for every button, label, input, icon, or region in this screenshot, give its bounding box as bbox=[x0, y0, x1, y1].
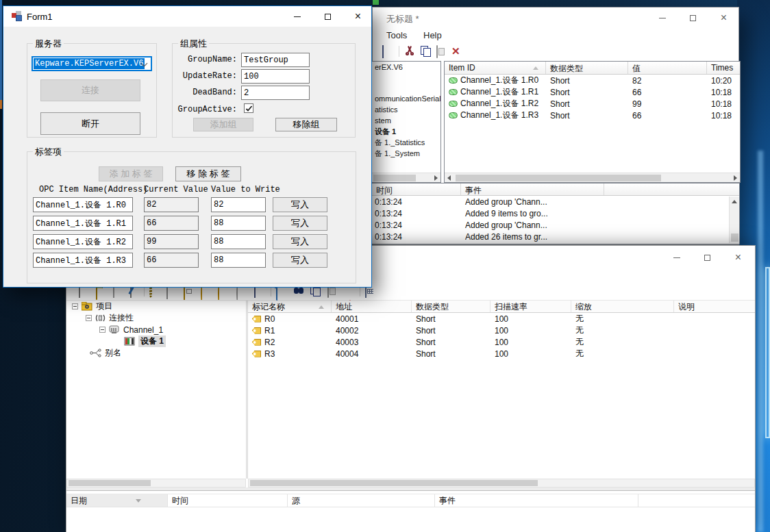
item-row[interactable]: Channel_1.设备 1.R2 Short 99 10:18 bbox=[445, 98, 740, 110]
close-button[interactable]: × bbox=[723, 247, 754, 268]
tag-name: R0 bbox=[264, 314, 275, 324]
tree-item-alias[interactable]: 别名 bbox=[66, 347, 246, 359]
item-name-field[interactable] bbox=[33, 234, 133, 249]
horizontal-scrollbar[interactable] bbox=[248, 479, 755, 487]
tree-item[interactable]: ommunicationSerializa bbox=[372, 93, 440, 104]
minimize-button[interactable] bbox=[661, 247, 692, 268]
scroll-right-icon[interactable] bbox=[434, 175, 438, 181]
tree-item[interactable]: 备 1._System bbox=[372, 148, 440, 159]
collapse-icon[interactable] bbox=[99, 327, 105, 333]
scroll-left-icon[interactable] bbox=[447, 175, 451, 181]
tree-item-device[interactable]: 设备 1 bbox=[66, 335, 246, 347]
write-value-field[interactable] bbox=[211, 216, 266, 231]
write-button[interactable]: 写入 bbox=[273, 216, 327, 231]
scrollbar-thumb[interactable] bbox=[373, 175, 416, 181]
column-scaling[interactable]: 缩放 bbox=[571, 301, 674, 312]
write-button[interactable]: 写入 bbox=[273, 253, 327, 268]
menu-tools[interactable]: Tools bbox=[386, 30, 407, 40]
server-combo[interactable]: Kepware.KEPServerEX.V6 bbox=[32, 56, 152, 71]
update-rate-field[interactable] bbox=[241, 69, 310, 84]
current-value-field[interactable] bbox=[144, 197, 199, 212]
horizontal-scrollbar[interactable] bbox=[445, 173, 740, 182]
server-combo-value: Kepware.KEPServerEX.V6 bbox=[34, 58, 145, 69]
horizontal-scrollbar[interactable] bbox=[66, 479, 246, 487]
scrollbar-thumb[interactable] bbox=[731, 233, 738, 242]
column-time[interactable]: 时间 bbox=[372, 183, 461, 195]
column-data-type[interactable]: 数据类型 bbox=[412, 301, 490, 312]
tree-item[interactable]: atistics bbox=[372, 104, 440, 115]
close-button[interactable]: × bbox=[708, 8, 739, 28]
column-time[interactable]: 时间 bbox=[168, 494, 288, 507]
group-name-field[interactable] bbox=[241, 53, 310, 67]
properties-button[interactable] bbox=[382, 46, 394, 57]
column-data-type[interactable]: 数据类型 bbox=[546, 62, 628, 74]
collapse-icon[interactable] bbox=[86, 315, 92, 321]
maximize-button[interactable] bbox=[692, 247, 723, 268]
column-timestamp[interactable]: Times bbox=[707, 62, 740, 74]
column-date[interactable]: 日期 bbox=[66, 494, 168, 507]
scrollbar-thumb[interactable] bbox=[250, 480, 538, 486]
close-button[interactable]: × bbox=[343, 6, 373, 27]
menu-help[interactable]: Help bbox=[423, 30, 442, 40]
log-row[interactable]: 0:13:24 Added group 'Chann... bbox=[372, 219, 739, 231]
column-item-id[interactable]: Item ID bbox=[445, 62, 546, 74]
tree-item-project[interactable]: 项目 bbox=[66, 301, 246, 312]
column-event[interactable]: 事件 bbox=[461, 183, 604, 195]
column-address[interactable]: 地址 bbox=[332, 301, 412, 312]
current-value-field[interactable] bbox=[144, 216, 199, 231]
column-tag-name[interactable]: 标记名称 bbox=[248, 301, 332, 312]
item-name-field[interactable] bbox=[33, 253, 133, 268]
tag-row[interactable]: R0 40001 Short 100 无 bbox=[248, 313, 755, 325]
column-value[interactable]: 值 bbox=[628, 62, 707, 74]
scrollbar-thumb[interactable] bbox=[456, 175, 661, 181]
vertical-scrollbar[interactable] bbox=[729, 197, 739, 243]
delete-button[interactable]: ✕ bbox=[451, 46, 463, 57]
tag-row[interactable]: R2 40003 Short 100 无 bbox=[248, 336, 755, 348]
log-row[interactable]: 0:13:24 Added group 'Chann... bbox=[372, 196, 739, 207]
tree-item-selected[interactable]: 设备 1 bbox=[372, 126, 440, 137]
tag-row[interactable]: R1 40002 Short 100 无 bbox=[248, 325, 755, 336]
tree-item[interactable]: stem bbox=[372, 115, 440, 126]
group-active-checkbox[interactable] bbox=[244, 103, 253, 113]
tag-scale: 无 bbox=[571, 348, 674, 359]
write-value-field[interactable] bbox=[211, 197, 266, 212]
remove-group-button[interactable]: 移除组 bbox=[275, 118, 337, 131]
column-description[interactable]: 说明 bbox=[674, 301, 755, 312]
minimize-button[interactable] bbox=[282, 6, 312, 27]
write-value-field[interactable] bbox=[211, 234, 266, 249]
dead-band-field[interactable] bbox=[241, 86, 310, 100]
column-source[interactable]: 源 bbox=[288, 494, 435, 507]
tree-item[interactable]: 备 1._Statistics bbox=[372, 137, 440, 148]
item-row[interactable]: Channel_1.设备 1.R1 Short 66 10:18 bbox=[445, 86, 740, 98]
paste-button[interactable] bbox=[436, 46, 448, 57]
column-event[interactable]: 事件 bbox=[435, 494, 638, 507]
disconnect-button[interactable]: 断开 bbox=[40, 112, 140, 135]
log-row[interactable]: 0:13:24 Added 9 items to gro... bbox=[372, 207, 739, 219]
tree-item-connectivity[interactable]: 连接性 bbox=[66, 312, 246, 324]
log-row[interactable]: 0:13:24 Added 26 items to gr... bbox=[372, 231, 739, 242]
item-name-field[interactable] bbox=[33, 197, 133, 212]
write-button[interactable]: 写入 bbox=[273, 197, 327, 212]
item-row[interactable]: Channel_1.设备 1.R0 Short 82 10:20 bbox=[445, 75, 740, 86]
scroll-right-icon[interactable] bbox=[734, 175, 737, 181]
grid-columns-icon bbox=[166, 286, 168, 299]
item-name-field[interactable] bbox=[33, 216, 133, 231]
write-value-field[interactable] bbox=[211, 253, 266, 268]
remove-tags-button[interactable]: 移 除 标 签 bbox=[175, 166, 241, 181]
current-value-field[interactable] bbox=[144, 234, 199, 249]
tag-row[interactable]: R3 40004 Short 100 无 bbox=[248, 348, 755, 359]
item-id: Channel_1.设备 1.R0 bbox=[460, 75, 538, 85]
tree-item[interactable]: erEX.V6 bbox=[372, 62, 440, 73]
maximize-button[interactable] bbox=[312, 6, 343, 27]
maximize-button[interactable] bbox=[678, 8, 708, 28]
collapse-icon[interactable] bbox=[72, 303, 78, 309]
write-button[interactable]: 写入 bbox=[273, 234, 327, 249]
minimize-button[interactable] bbox=[647, 8, 678, 28]
current-value-field[interactable] bbox=[144, 253, 199, 268]
scrollbar-thumb[interactable] bbox=[69, 480, 151, 486]
tree-item-channel[interactable]: Channel_1 bbox=[66, 324, 246, 335]
column-scan-rate[interactable]: 扫描速率 bbox=[490, 301, 571, 312]
scroll-up-icon[interactable] bbox=[732, 200, 737, 203]
horizontal-scrollbar[interactable] bbox=[372, 173, 440, 182]
item-row[interactable]: Channel_1.设备 1.R3 Short 66 10:18 bbox=[445, 110, 740, 121]
